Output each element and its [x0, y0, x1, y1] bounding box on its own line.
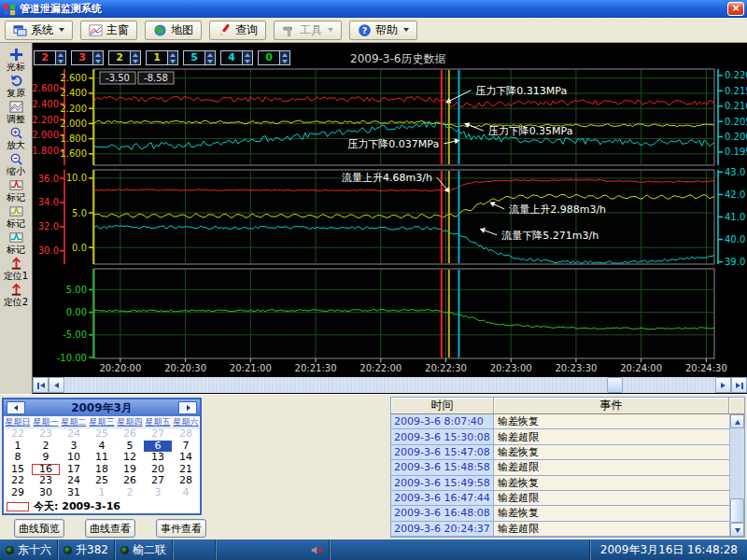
calendar-day[interactable]: 4 — [172, 487, 200, 499]
scrollbar-thumb[interactable] — [607, 377, 623, 393]
spin-up-icon[interactable] — [168, 51, 177, 58]
toolbar-button-query[interactable]: 查询 — [209, 21, 266, 40]
calendar-day[interactable]: 9 — [32, 452, 60, 464]
calendar-day[interactable]: 22 — [4, 475, 32, 487]
curve-spinner-4[interactable]: 1 — [146, 50, 178, 65]
curve-view-button[interactable]: 曲线查看 — [85, 519, 135, 538]
scroll-right-button[interactable] — [715, 377, 731, 393]
calendar-day[interactable]: 31 — [60, 487, 88, 499]
spin-up-icon[interactable] — [131, 51, 140, 58]
column-header-time[interactable]: 时间 — [391, 398, 494, 413]
tool-adjust[interactable]: 调整 — [0, 100, 32, 124]
spin-up-icon[interactable] — [280, 51, 289, 58]
curve-spinner-1[interactable]: 2 — [34, 50, 66, 65]
tool-cursor[interactable]: 光标 — [0, 48, 32, 72]
spin-down-icon[interactable] — [243, 58, 252, 64]
calendar-day[interactable]: 28 — [172, 475, 200, 487]
calendar-day[interactable]: 13 — [144, 452, 172, 464]
spin-down-icon[interactable] — [131, 58, 140, 64]
calendar-next-month-button[interactable] — [178, 401, 197, 414]
spin-down-icon[interactable] — [280, 58, 289, 64]
toolbar-button-main-window[interactable]: 主窗 — [80, 21, 137, 40]
event-row[interactable]: 2009-3-6 16:48:08输差恢复 — [391, 506, 729, 521]
spin-down-icon[interactable] — [56, 58, 65, 64]
scroll-up-button[interactable] — [730, 414, 744, 428]
spin-down-icon[interactable] — [93, 58, 103, 64]
calendar-day[interactable]: 25 — [88, 428, 116, 441]
calendar-day[interactable]: 3 — [144, 487, 172, 499]
calendar-day[interactable]: 11 — [88, 452, 116, 464]
spin-down-icon[interactable] — [205, 58, 215, 64]
curve-preview-button[interactable]: 曲线预览 — [14, 519, 64, 538]
event-row[interactable]: 2009-3-6 15:47:08输差恢复 — [391, 445, 729, 460]
event-row[interactable]: 2009-3-6 20:24:37输差超限 — [391, 522, 729, 537]
scroll-left-button[interactable] — [49, 377, 64, 393]
calendar-day[interactable]: 30 — [32, 487, 60, 499]
calendar-day[interactable]: 12 — [116, 452, 144, 464]
calendar-day[interactable]: 28 — [172, 428, 200, 441]
calendar-day[interactable]: 1 — [88, 487, 116, 499]
scrollbar-track[interactable] — [64, 377, 715, 393]
calendar-day[interactable]: 10 — [60, 452, 88, 464]
svg-text:1.800: 1.800 — [60, 133, 87, 144]
tool-zoom-out[interactable]: 缩小 — [0, 152, 32, 176]
calendar-day[interactable]: 27 — [144, 475, 172, 487]
events-scroll-track[interactable] — [730, 428, 744, 523]
tool-locate-2[interactable]: 定位2 — [0, 283, 32, 307]
event-row[interactable]: 2009-3-6 15:48:58输差超限 — [391, 460, 729, 475]
toolbar-button-help[interactable]: ?帮助 — [349, 21, 417, 40]
calendar-day[interactable]: 14 — [172, 452, 200, 464]
spinner-value: 1 — [147, 51, 167, 64]
scroll-to-end-button[interactable] — [731, 377, 747, 393]
event-row[interactable]: 2009-3-6 16:47:44输差超限 — [391, 491, 729, 506]
calendar-footer: 今天: 2009-3-16 — [4, 499, 200, 513]
curve-spinner-5[interactable]: 5 — [183, 50, 216, 65]
spin-up-icon[interactable] — [243, 51, 252, 58]
toolbar-button-map[interactable]: 地图 — [145, 21, 202, 40]
spin-up-icon[interactable] — [205, 51, 215, 58]
calendar-day[interactable]: 23 — [32, 428, 60, 441]
calendar-day[interactable]: 27 — [144, 428, 172, 441]
trend-charts[interactable]: 2.6002.4002.2002.0001.8002.6002.4002.200… — [33, 67, 747, 375]
mute-icon[interactable] — [310, 544, 323, 556]
statusbar-empty-panel — [173, 539, 216, 560]
events-scroll-thumb[interactable] — [730, 498, 744, 523]
calendar-prev-month-button[interactable] — [7, 401, 25, 414]
tool-restore[interactable]: 复原 — [0, 74, 32, 98]
event-row[interactable]: 2009-3-6 15:49:58输差恢复 — [391, 476, 729, 491]
curve-spinner-3[interactable]: 2 — [108, 50, 141, 65]
spin-up-icon[interactable] — [93, 51, 103, 58]
curve-spinner-2[interactable]: 3 — [71, 50, 104, 65]
toolbar-button-system[interactable]: 系统 — [5, 21, 73, 40]
close-button[interactable]: × — [727, 2, 744, 16]
calendar-day[interactable]: 2 — [116, 487, 144, 499]
svg-text:20:21:30: 20:21:30 — [295, 363, 337, 373]
scroll-to-start-button[interactable] — [33, 377, 49, 393]
tool-zoom-in[interactable]: 放大 — [0, 126, 32, 150]
mark-red-icon — [0, 178, 32, 192]
event-row[interactable]: 2009-3-6 15:30:08输差超限 — [391, 429, 729, 444]
calendar-day[interactable]: 26 — [116, 428, 144, 441]
curve-spinner-6[interactable]: 4 — [220, 50, 253, 65]
tool-mark-yellow[interactable]: 标记 — [0, 204, 32, 229]
event-view-button[interactable]: 事件查看 — [156, 519, 206, 538]
column-header-event[interactable]: 事件 — [494, 398, 729, 413]
calendar-day[interactable]: 25 — [88, 475, 116, 487]
spin-up-icon[interactable] — [56, 51, 65, 58]
tool-locate-1[interactable]: 定位1 — [0, 257, 32, 281]
calendar-day[interactable]: 22 — [4, 428, 32, 441]
curve-spinner-7[interactable]: 0 — [258, 50, 290, 65]
svg-text:流量下降5.271m3/h: 流量下降5.271m3/h — [500, 230, 599, 242]
calendar-day[interactable]: 24 — [60, 428, 88, 441]
spin-down-icon[interactable] — [168, 58, 177, 64]
calendar-day[interactable]: 8 — [4, 452, 32, 464]
event-row[interactable]: 2009-3-6 8:07:40输差恢复 — [391, 414, 729, 429]
scroll-down-button[interactable] — [730, 523, 744, 537]
tool-mark-cyan[interactable]: 标记 — [0, 231, 32, 255]
calendar-day[interactable]: 26 — [116, 475, 144, 487]
tool-mark-red[interactable]: 标记 — [0, 178, 32, 203]
calendar-day[interactable]: 29 — [4, 487, 32, 499]
calendar-day[interactable]: 23 — [32, 475, 60, 487]
event-time-cell: 2009-3-6 15:30:08 — [391, 429, 494, 443]
calendar-day[interactable]: 24 — [60, 475, 88, 487]
